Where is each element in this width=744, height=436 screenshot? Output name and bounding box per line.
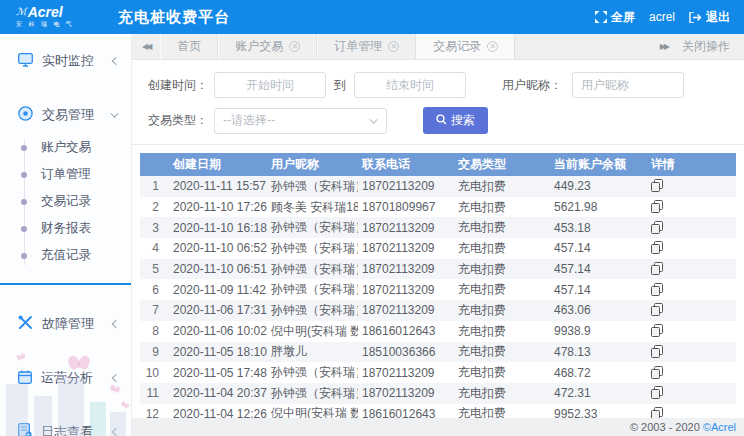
sidebar-subitem[interactable]: 充值记录 <box>0 242 131 269</box>
sidebar-subitem[interactable]: 交易记录 <box>0 188 131 215</box>
row-nickname: 胖墩儿 <box>267 342 358 363</box>
username[interactable]: acrel <box>649 10 675 24</box>
tabs-scroll-left-icon[interactable]: ◀◀ <box>132 42 160 51</box>
tab-label: 订单管理 <box>334 38 382 55</box>
row-balance: 457.14 <box>550 259 647 280</box>
logout-button[interactable]: 退出 <box>689 9 730 26</box>
bullet-icon <box>21 253 27 259</box>
detail-copy-icon[interactable] <box>651 221 663 237</box>
tab-home[interactable]: 首页 <box>160 34 218 59</box>
row-index: 4 <box>140 238 169 259</box>
sidebar-subitem[interactable]: 财务报表 <box>0 215 131 242</box>
row-trade-type: 充电扣费 <box>454 404 550 418</box>
row-trade-type: 充电扣费 <box>454 342 550 363</box>
sidebar: 实时监控 交易管理 账户交易 订单管理 <box>0 34 132 436</box>
fullscreen-button[interactable]: 全屏 <box>595 9 635 26</box>
row-phone: 18702113209 <box>358 279 454 300</box>
row-phone: 18616012643 <box>358 404 454 418</box>
row-index: 10 <box>140 362 169 383</box>
table-row: 2 2020-11-10 17:26:11 顾冬美 安科瑞1870180 187… <box>140 197 736 218</box>
acrel-link[interactable]: ©Acrel <box>703 421 736 433</box>
butterfly-icon <box>16 353 26 361</box>
row-phone: 18510036366 <box>358 342 454 363</box>
trade-type-select[interactable]: --请选择-- <box>214 108 387 134</box>
sidebar-item-log-view[interactable]: 日志查看 <box>0 417 131 436</box>
start-time-input[interactable] <box>214 72 326 98</box>
detail-copy-icon[interactable] <box>651 324 663 340</box>
chevron-left-icon <box>112 57 120 65</box>
chevron-left-icon <box>112 320 120 328</box>
row-trade-type: 充电扣费 <box>454 238 550 259</box>
detail-copy-icon[interactable] <box>651 283 663 299</box>
app-header: ℳ Acrel 安 科 瑞 电 气 充电桩收费平台 全屏 acrel 退出 <box>0 0 744 34</box>
sidebar-subitem-label: 充值记录 <box>41 247 91 264</box>
tab-order-management[interactable]: 订单管理 ✕ <box>317 34 416 59</box>
body-wrapper: 实时监控 交易管理 账户交易 订单管理 <box>0 34 744 436</box>
logo-brand-text: Acrel <box>28 6 63 19</box>
tab-transaction-records[interactable]: 交易记录 ✕ <box>416 34 515 59</box>
sidebar-subitem[interactable]: 订单管理 <box>0 161 131 188</box>
row-trade-type: 充电扣费 <box>454 362 550 383</box>
transaction-records-panel: 创建时间： 到 用户昵称： 交易类型： --请选择-- <box>132 60 744 418</box>
row-trade-type: 充电扣费 <box>454 321 550 342</box>
search-button-label: 搜索 <box>451 112 475 129</box>
row-phone: 18702113209 <box>358 238 454 259</box>
close-operations-button[interactable]: 关闭操作 <box>678 38 744 55</box>
detail-copy-icon[interactable] <box>651 386 663 402</box>
col-balance: 当前账户余额 <box>550 153 647 176</box>
end-time-input[interactable] <box>354 72 466 98</box>
row-create-date: 2020-11-10 16:18:58 <box>169 217 267 238</box>
row-index: 6 <box>140 279 169 300</box>
tab-close-icon[interactable]: ✕ <box>289 41 300 52</box>
to-label: 到 <box>334 77 346 94</box>
row-trade-type: 充电扣费 <box>454 279 550 300</box>
tab-close-icon[interactable]: ✕ <box>388 41 399 52</box>
row-create-date: 2020-11-04 12:26:31 <box>169 404 267 418</box>
row-trade-type: 充电扣费 <box>454 259 550 280</box>
table-row: 1 2020-11-11 15:57:23 孙钟强（安科瑞） 187021132… <box>140 176 736 197</box>
tab-account-trade[interactable]: 账户交易 ✕ <box>218 34 317 59</box>
sidebar-subitem[interactable]: 账户交易 <box>0 134 131 161</box>
col-index <box>140 153 169 176</box>
sidebar-subitem-label: 账户交易 <box>41 139 91 156</box>
app-window: ℳ Acrel 安 科 瑞 电 气 充电桩收费平台 全屏 acrel 退出 <box>0 0 744 436</box>
tab-close-icon[interactable]: ✕ <box>487 41 498 52</box>
col-detail: 详情 <box>647 153 736 176</box>
sidebar-item-label: 交易管理 <box>42 106 94 124</box>
row-phone: 18702113209 <box>358 217 454 238</box>
table-row: 4 2020-11-10 06:52:59 孙钟强（安科瑞） 187021132… <box>140 238 736 259</box>
row-balance: 9952.33 <box>550 404 647 418</box>
detail-copy-icon[interactable] <box>651 345 663 361</box>
row-balance: 9938.9 <box>550 321 647 342</box>
sidebar-item-trade-management[interactable]: 交易管理 <box>0 100 131 130</box>
detail-copy-icon[interactable] <box>651 241 663 257</box>
detail-copy-icon[interactable] <box>651 407 663 418</box>
table-row: 5 2020-11-10 06:51:44 孙钟强（安科瑞） 187021132… <box>140 259 736 280</box>
sidebar-item-realtime-monitor[interactable]: 实时监控 <box>0 46 131 76</box>
row-create-date: 2020-11-10 17:26:11 <box>169 197 267 218</box>
tabs-scroll-right-icon[interactable]: ▶▶ <box>650 42 678 51</box>
row-nickname: 孙钟强（安科瑞） <box>267 300 358 321</box>
row-nickname: 孙钟强（安科瑞） <box>267 259 358 280</box>
row-index: 7 <box>140 300 169 321</box>
sidebar-item-fault-management[interactable]: 故障管理 <box>0 309 131 339</box>
records-table: 创建日期 用户昵称 联系电话 交易类型 当前账户余额 详情 1 <box>140 153 736 418</box>
detail-copy-icon[interactable] <box>651 200 663 216</box>
row-nickname: 孙钟强（安科瑞） <box>267 238 358 259</box>
row-balance: 478.13 <box>550 342 647 363</box>
search-icon <box>436 114 447 128</box>
sidebar-subitem-label: 财务报表 <box>41 220 91 237</box>
nickname-input[interactable] <box>572 72 684 98</box>
detail-copy-icon[interactable] <box>651 366 663 382</box>
row-phone: 18702113209 <box>358 383 454 404</box>
detail-copy-icon[interactable] <box>651 179 663 195</box>
search-button[interactable]: 搜索 <box>423 107 488 134</box>
row-create-date: 2020-11-11 15:57:23 <box>169 176 267 197</box>
detail-copy-icon[interactable] <box>651 262 663 278</box>
sidebar-item-operation-analysis[interactable]: 运营分析 <box>0 363 131 393</box>
row-index: 11 <box>140 383 169 404</box>
nickname-label: 用户昵称： <box>502 77 562 94</box>
detail-copy-icon[interactable] <box>651 303 663 319</box>
filter-section: 创建时间： 到 用户昵称： 交易类型： --请选择-- <box>132 60 744 145</box>
trade-type-label: 交易类型： <box>148 112 214 129</box>
